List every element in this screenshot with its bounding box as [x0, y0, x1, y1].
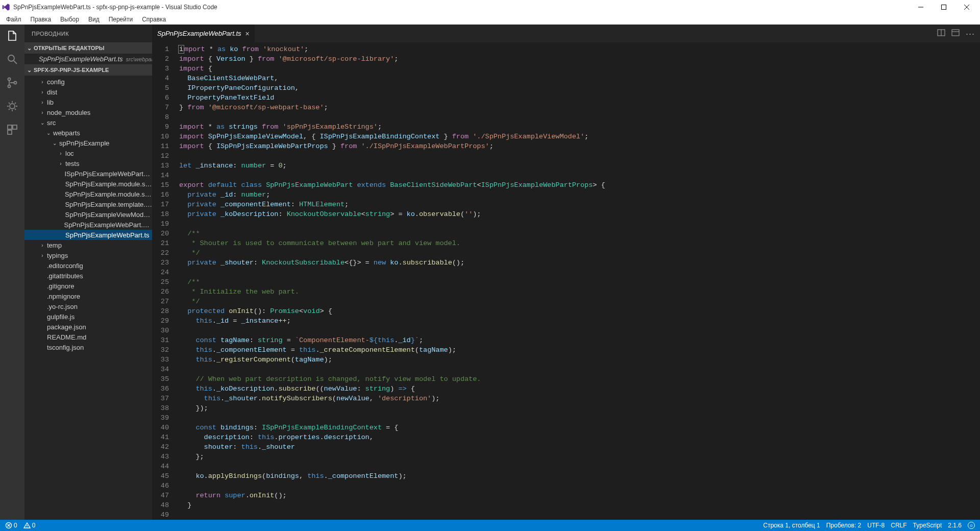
tab-label: SpPnPjsExampleWebPart.ts [157, 30, 241, 37]
tree-item-label: loc [65, 150, 74, 157]
tree-item[interactable]: ›tests [24, 158, 152, 168]
tree-item[interactable]: SpPnPjsExampleWebPart.ts [24, 230, 152, 240]
tree-item-label: config [47, 78, 65, 86]
menu-справка[interactable]: Справка [138, 15, 170, 24]
tree-item[interactable]: ISpPnPjsExampleWebPartProps.ts [24, 168, 152, 179]
tree-item-label: gulpfile.js [47, 313, 75, 321]
tree-item-label: node_modules [47, 109, 90, 116]
chevron-icon: › [40, 79, 45, 85]
tree-item-label: SpPnPjsExampleViewModel.ts [65, 211, 152, 219]
tree-item-label: SpPnPjsExample.module.scss [65, 180, 152, 188]
tree-item[interactable]: SpPnPjsExample.template.html [24, 199, 152, 209]
tree-item[interactable]: ›temp [24, 240, 152, 250]
chevron-icon: › [40, 243, 45, 248]
menu-выбор[interactable]: Выбор [56, 15, 83, 24]
close-icon[interactable]: × [246, 30, 250, 38]
status-encoding[interactable]: UTF-8 [867, 522, 885, 529]
tree-item[interactable]: ⌄src [24, 117, 152, 128]
chevron-icon: › [40, 89, 45, 95]
layout-icon[interactable] [951, 29, 960, 38]
tree-item[interactable]: ⌄webparts [24, 128, 152, 138]
tree-item[interactable]: SpPnPjsExample.module.scss.ts [24, 189, 152, 199]
tree-item[interactable]: ⌄spPnPjsExample [24, 138, 152, 148]
tree-item[interactable]: ›typings [24, 250, 152, 260]
tree-item[interactable]: .gitignore [24, 281, 152, 291]
svg-rect-8 [8, 130, 12, 134]
tree-item-label: .editorconfig [47, 262, 83, 270]
chevron-icon: ⌄ [46, 130, 51, 136]
tree-item-label: .gitattributes [47, 272, 83, 280]
tree-item[interactable]: ›lib [24, 97, 152, 107]
menu-файл[interactable]: Файл [2, 15, 26, 24]
explorer-icon[interactable] [5, 29, 19, 43]
status-warnings[interactable]: 0 [23, 522, 36, 529]
tree-item[interactable]: ›config [24, 77, 152, 87]
status-version[interactable]: 2.1.6 [948, 522, 962, 529]
tree-item[interactable]: .gitattributes [24, 271, 152, 281]
code-editor[interactable]: 1234567891011121314151617181920212223242… [152, 42, 980, 520]
open-editors-label: ОТКРЫТЫЕ РЕДАКТОРЫ [34, 45, 105, 51]
tree-item[interactable]: tsconfig.json [24, 342, 152, 352]
workspace-header[interactable]: ⌄SPFX-SP-PNP-JS-EXAMPLE [24, 64, 152, 76]
svg-point-2 [8, 78, 11, 81]
svg-rect-10 [952, 30, 959, 36]
tree-item[interactable]: README.md [24, 332, 152, 342]
tree-item[interactable]: ›dist [24, 87, 152, 97]
source-control-icon[interactable] [5, 76, 19, 90]
status-cursor[interactable]: Строка 1, столбец 1 [763, 522, 820, 529]
open-editors-header[interactable]: ⌄ОТКРЫТЫЕ РЕДАКТОРЫ [24, 42, 152, 54]
editor-tabs: SpPnPjsExampleWebPart.ts × ··· [152, 25, 980, 42]
menu-bar: ФайлПравкаВыборВидПерейтиСправка [0, 14, 980, 25]
svg-point-4 [14, 82, 17, 84]
minimize-button[interactable] [909, 0, 932, 14]
tree-item[interactable]: .editorconfig [24, 260, 152, 271]
search-icon[interactable] [5, 52, 19, 66]
status-feedback-icon[interactable]: ☺ [968, 522, 975, 529]
chevron-icon: › [40, 100, 45, 105]
tree-item-label: lib [47, 99, 54, 106]
menu-вид[interactable]: Вид [84, 15, 104, 24]
status-errors[interactable]: 0 [5, 522, 17, 529]
tree-item[interactable]: gulpfile.js [24, 311, 152, 322]
svg-point-5 [10, 104, 15, 109]
menu-правка[interactable]: Правка [27, 15, 56, 24]
chevron-icon: ⌄ [40, 120, 45, 126]
open-editor-name: SpPnPjsExampleWebPart.ts [39, 55, 123, 63]
menu-перейти[interactable]: Перейти [105, 15, 137, 24]
tree-item[interactable]: SpPnPjsExampleWebPart.manifest.json [24, 220, 152, 230]
tree-item-label: .yo-rc.json [47, 303, 78, 310]
tree-item[interactable]: package.json [24, 322, 152, 332]
status-bar: 0 0 Строка 1, столбец 1 Пробелов: 2 UTF-… [0, 520, 980, 531]
close-button[interactable] [955, 0, 978, 14]
debug-icon[interactable] [5, 99, 19, 113]
tree-item-label: typings [47, 252, 68, 259]
status-language[interactable]: TypeScript [913, 522, 942, 529]
status-eol[interactable]: CRLF [891, 522, 906, 529]
sidebar-title: ПРОВОДНИК [24, 25, 152, 42]
tree-item-label: webparts [53, 129, 80, 137]
tab-active[interactable]: SpPnPjsExampleWebPart.ts × [152, 25, 255, 42]
file-tree: ›config›dist›lib›node_modules⌄src⌄webpar… [24, 76, 152, 356]
tree-item[interactable]: .npmignore [24, 291, 152, 301]
tree-item-label: .gitignore [47, 282, 74, 290]
tree-item-label: package.json [47, 323, 86, 331]
tree-item[interactable]: ›node_modules [24, 107, 152, 117]
activity-bar [0, 25, 24, 520]
tree-item-label: .npmignore [47, 293, 80, 300]
tree-item-label: tests [65, 160, 79, 167]
code-body[interactable]: import * as ko from 'knockout';import { … [175, 42, 980, 520]
extensions-icon[interactable] [5, 123, 19, 137]
status-indent[interactable]: Пробелов: 2 [826, 522, 862, 529]
open-editor-item[interactable]: SpPnPjsExampleWebPart.ts src\webparts\sp… [24, 54, 152, 64]
maximize-button[interactable] [932, 0, 955, 14]
app-logo-icon [2, 3, 10, 11]
tree-item-label: SpPnPjsExample.template.html [65, 201, 152, 208]
tree-item[interactable]: SpPnPjsExampleViewModel.ts [24, 209, 152, 220]
tree-item-label: tsconfig.json [47, 344, 84, 351]
line-gutter: 1234567891011121314151617181920212223242… [152, 42, 175, 520]
tree-item[interactable]: ›loc [24, 148, 152, 158]
tree-item[interactable]: .yo-rc.json [24, 301, 152, 311]
split-editor-icon[interactable] [937, 29, 945, 38]
tree-item-label: SpPnPjsExampleWebPart.manifest.json [64, 221, 152, 229]
tree-item[interactable]: SpPnPjsExample.module.scss [24, 179, 152, 189]
